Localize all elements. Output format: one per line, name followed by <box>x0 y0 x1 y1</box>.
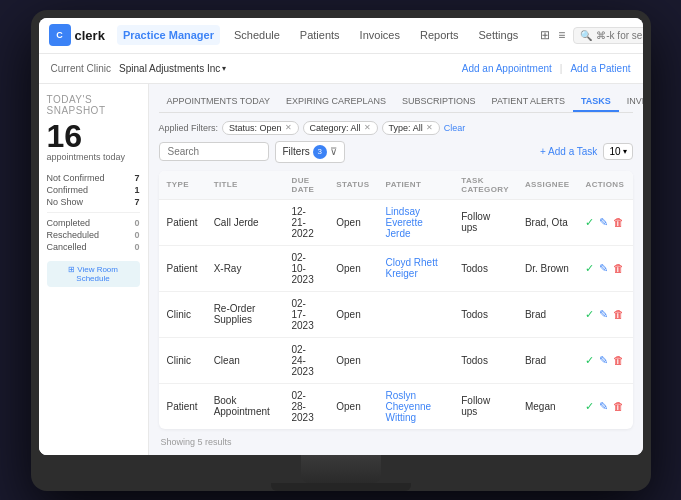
col-patient: PATIENT <box>377 171 453 200</box>
remove-type-filter-icon[interactable]: ✕ <box>426 123 433 132</box>
assignee-cell: Megan <box>517 383 578 429</box>
clinic-selector[interactable]: Spinal Adjustments Inc ▾ <box>119 63 226 74</box>
search-input[interactable] <box>596 30 642 41</box>
category-cell: Follow ups <box>453 199 517 245</box>
applied-filters-row: Applied Filters: Status: Open ✕ Category… <box>159 121 633 135</box>
filter-button[interactable]: Filters 3 ⊽ <box>275 141 345 163</box>
complete-action-icon[interactable]: ✓ <box>585 216 594 229</box>
tab-inventory[interactable]: INVENTORY <box>619 92 643 112</box>
filter-chip-status[interactable]: Status: Open ✕ <box>222 121 299 135</box>
title-cell: Clean <box>206 337 284 383</box>
remove-status-filter-icon[interactable]: ✕ <box>285 123 292 132</box>
list-icon[interactable]: ≡ <box>558 24 565 46</box>
complete-action-icon[interactable]: ✓ <box>585 400 594 413</box>
tab-subscriptions[interactable]: SUBSCRIPTIONS <box>394 92 484 112</box>
title-cell: X-Ray <box>206 245 284 291</box>
snapshot-count: 16 <box>47 120 140 152</box>
status-cell: Open <box>328 383 377 429</box>
stat-cancelled: Cancelled 0 <box>47 241 140 253</box>
global-search[interactable]: 🔍 <box>573 27 642 44</box>
patient-link[interactable]: Lindsay Everette Jerde <box>385 206 422 239</box>
main-content: TODAY'S SNAPSHOT 16 appointments today N… <box>39 84 643 455</box>
complete-action-icon[interactable]: ✓ <box>585 354 594 367</box>
delete-action-icon[interactable]: 🗑 <box>613 400 624 412</box>
patient-cell: Cloyd Rhett Kreiger <box>377 245 453 291</box>
patient-cell <box>377 337 453 383</box>
col-due-date: DUEDATE <box>283 171 328 200</box>
logo-area: C clerk <box>49 24 105 46</box>
edit-action-icon[interactable]: ✎ <box>599 400 608 413</box>
table-row: Patient X-Ray 02-10-2023 Open Cloyd Rhet… <box>159 245 633 291</box>
nav-reports[interactable]: Reports <box>414 25 465 45</box>
edit-action-icon[interactable]: ✎ <box>599 216 608 229</box>
stat-divider <box>47 212 140 213</box>
actions-cell: ✓ ✎ 🗑 <box>577 291 632 337</box>
delete-action-icon[interactable]: 🗑 <box>613 308 624 320</box>
assignee-cell: Brad <box>517 337 578 383</box>
edit-action-icon[interactable]: ✎ <box>599 354 608 367</box>
type-cell: Patient <box>159 245 206 291</box>
type-cell: Clinic <box>159 291 206 337</box>
type-cell: Patient <box>159 383 206 429</box>
tab-expiring-careplans[interactable]: EXPIRING CAREPLANS <box>278 92 394 112</box>
snapshot-label: appointments today <box>47 152 140 162</box>
nav-settings[interactable]: Settings <box>473 25 525 45</box>
table-row: Patient Call Jerde 12-21-2022 Open Linds… <box>159 199 633 245</box>
funnel-icon: ⊽ <box>330 146 337 157</box>
complete-action-icon[interactable]: ✓ <box>585 308 594 321</box>
tab-appointments-today[interactable]: APPOINTMENTS TODAY <box>159 92 279 112</box>
actions-cell: ✓ ✎ 🗑 <box>577 245 632 291</box>
status-cell: Open <box>328 245 377 291</box>
delete-action-icon[interactable]: 🗑 <box>613 262 624 274</box>
grid-icon[interactable]: ⊞ <box>540 24 550 46</box>
snapshot-title: TODAY'S SNAPSHOT <box>47 94 140 116</box>
patient-link[interactable]: Roslyn Cheyenne Witting <box>385 390 431 423</box>
actions-cell: ✓ ✎ 🗑 <box>577 199 632 245</box>
toolbar-row: Filters 3 ⊽ + Add a Task 10 ▾ <box>159 141 633 163</box>
remove-category-filter-icon[interactable]: ✕ <box>364 123 371 132</box>
complete-action-icon[interactable]: ✓ <box>585 262 594 275</box>
filter-label: Applied Filters: <box>159 123 219 133</box>
edit-action-icon[interactable]: ✎ <box>599 262 608 275</box>
nav-patients[interactable]: Patients <box>294 25 346 45</box>
tabs-row: APPOINTMENTS TODAY EXPIRING CAREPLANS SU… <box>159 92 633 113</box>
table-row: Clinic Re-Order Supplies 02-17-2023 Open… <box>159 291 633 337</box>
view-room-schedule-button[interactable]: ⊞ View Room Schedule <box>47 261 140 287</box>
category-cell: Todos <box>453 337 517 383</box>
nav-practice-manager[interactable]: Practice Manager <box>117 25 220 45</box>
filter-chip-category[interactable]: Category: All ✕ <box>303 121 378 135</box>
actions-cell: ✓ ✎ 🗑 <box>577 337 632 383</box>
col-type: TYPE <box>159 171 206 200</box>
delete-action-icon[interactable]: 🗑 <box>613 354 624 366</box>
nav-schedule[interactable]: Schedule <box>228 25 286 45</box>
tab-tasks[interactable]: TASKS <box>573 92 619 112</box>
table-row: Patient Book Appointment 02-28-2023 Open… <box>159 383 633 429</box>
category-cell: Follow ups <box>453 383 517 429</box>
patient-cell <box>377 291 453 337</box>
add-appointment-link[interactable]: Add an Appointment <box>462 63 552 74</box>
tab-patient-alerts[interactable]: PATIENT ALERTS <box>484 92 573 112</box>
divider: | <box>560 63 563 74</box>
filter-chip-type[interactable]: Type: All ✕ <box>382 121 440 135</box>
due-date-cell: 02-24-2023 <box>283 337 328 383</box>
due-date-cell: 02-10-2023 <box>283 245 328 291</box>
task-search-input[interactable] <box>159 142 269 161</box>
delete-action-icon[interactable]: 🗑 <box>613 216 624 228</box>
stat-no-show: No Show 7 <box>47 196 140 208</box>
nav-invoices[interactable]: Invoices <box>354 25 406 45</box>
patient-link[interactable]: Cloyd Rhett Kreiger <box>385 257 437 279</box>
chevron-down-icon: ▾ <box>623 147 627 156</box>
patient-cell: Roslyn Cheyenne Witting <box>377 383 453 429</box>
add-task-button[interactable]: + Add a Task <box>540 146 597 157</box>
due-date-cell: 12-21-2022 <box>283 199 328 245</box>
sub-header: Current Clinic Spinal Adjustments Inc ▾ … <box>39 54 643 84</box>
per-page-selector[interactable]: 10 ▾ <box>603 143 632 160</box>
title-cell: Book Appointment <box>206 383 284 429</box>
top-navigation: C clerk Practice Manager Schedule Patien… <box>39 18 643 54</box>
edit-action-icon[interactable]: ✎ <box>599 308 608 321</box>
add-patient-link[interactable]: Add a Patient <box>570 63 630 74</box>
title-cell: Re-Order Supplies <box>206 291 284 337</box>
results-count: Showing 5 results <box>159 437 633 447</box>
clear-filters-link[interactable]: Clear <box>444 123 466 133</box>
title-cell: Call Jerde <box>206 199 284 245</box>
